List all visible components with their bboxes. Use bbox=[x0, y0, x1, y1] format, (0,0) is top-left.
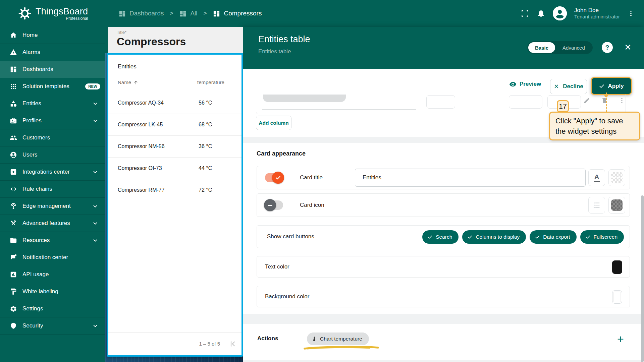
dashboard-title-label: Title* bbox=[117, 30, 243, 35]
resources-icon bbox=[10, 237, 17, 244]
background-color-label: Background color bbox=[265, 293, 309, 300]
tutorial-tooltip: Click "Apply" to save the widget setting… bbox=[549, 112, 640, 140]
first-page-icon[interactable] bbox=[229, 340, 237, 348]
sidebar-item-label: Resources bbox=[22, 237, 50, 244]
user-menu[interactable]: John Doe Tenant administrator bbox=[574, 7, 620, 20]
edit-column-icon[interactable] bbox=[583, 97, 590, 104]
sidebar-item-white-labeling[interactable]: White labeling bbox=[0, 283, 105, 300]
breadcrumb-item-all[interactable]: All bbox=[179, 10, 197, 17]
dashboard-title-input[interactable]: Compressors bbox=[117, 36, 243, 48]
sidebar-item-label: Security bbox=[22, 322, 43, 329]
apply-button[interactable]: Apply bbox=[591, 77, 632, 95]
table-row: Compressor LK-4568 °C bbox=[108, 114, 241, 136]
fullscreen-icon[interactable] bbox=[521, 9, 529, 18]
decline-button[interactable]: ✕ Decline bbox=[550, 79, 587, 94]
app-logo[interactable]: ThingsBoard Professional bbox=[0, 0, 105, 27]
sidebar-item-alarms[interactable]: Alarms bbox=[0, 44, 105, 61]
background-color-swatch[interactable] bbox=[612, 290, 622, 304]
sidebar-item-profiles[interactable]: Profiles bbox=[0, 112, 105, 129]
sidebar-item-notification-center[interactable]: Notification center bbox=[0, 249, 105, 266]
icon-picker-button[interactable] bbox=[588, 197, 605, 214]
mode-option-advanced[interactable]: Advanced bbox=[556, 42, 592, 53]
sidebar-item-api-usage[interactable]: API usage bbox=[0, 266, 105, 283]
table-row: Compressor OI-7344 °C bbox=[108, 158, 241, 179]
column-field-clipped[interactable] bbox=[509, 95, 542, 109]
list-icon bbox=[592, 201, 601, 209]
sidebar-item-label: Settings bbox=[22, 305, 43, 312]
sidebar-item-rule-chains[interactable]: Rule chains bbox=[0, 181, 105, 198]
sidebar-item-entities[interactable]: Entities bbox=[0, 95, 105, 112]
more-column-icon[interactable] bbox=[619, 97, 625, 104]
column-temperature-header[interactable]: temperature bbox=[197, 79, 237, 85]
card-button-chip-search[interactable]: Search bbox=[422, 230, 459, 244]
card-button-chips: SearchColumns to displayData exportFulls… bbox=[422, 230, 624, 244]
action-chip-chart-temperature[interactable]: Chart temperature bbox=[307, 333, 369, 345]
sidebar-item-label: Alarms bbox=[22, 49, 40, 56]
entity-name: Compressor LK-45 bbox=[118, 122, 197, 128]
delete-column-icon[interactable] bbox=[601, 97, 608, 104]
panel-header: Entities table Entities table BasicAdvan… bbox=[243, 27, 644, 69]
sidebar-item-label: Integrations center bbox=[22, 169, 70, 175]
add-column-button[interactable]: Add column bbox=[256, 116, 291, 130]
dashboard-icon bbox=[179, 10, 187, 17]
profiles-icon bbox=[10, 117, 17, 124]
mode-option-basic[interactable]: Basic bbox=[528, 42, 555, 53]
sidebar-item-label: Advanced features bbox=[22, 220, 70, 227]
sidebar-item-label: Notification center bbox=[22, 254, 68, 261]
section-divider bbox=[243, 314, 644, 324]
widget-settings-panel: Entities table Entities table BasicAdvan… bbox=[243, 27, 644, 362]
close-icon[interactable]: ✕ bbox=[622, 42, 634, 53]
card-button-chip-columns-to-display[interactable]: Columns to display bbox=[462, 230, 526, 244]
sidebar-item-solution-templates[interactable]: Solution templatesNEW bbox=[0, 78, 105, 95]
sidebar-item-edge-management[interactable]: Edge management bbox=[0, 198, 105, 215]
card-button-chip-data-export[interactable]: Data export bbox=[530, 230, 576, 244]
help-icon[interactable]: ? bbox=[602, 42, 613, 53]
sidebar-item-resources[interactable]: Resources bbox=[0, 232, 105, 249]
dark-transparent-swatch-icon bbox=[611, 199, 623, 211]
icon-color-swatch-button[interactable] bbox=[608, 197, 625, 214]
avatar[interactable] bbox=[553, 6, 567, 20]
breadcrumb-item-dashboards[interactable]: Dashboards bbox=[118, 10, 164, 17]
entities-icon bbox=[10, 100, 17, 107]
card-title-input[interactable] bbox=[355, 169, 586, 187]
column-field-clipped[interactable] bbox=[426, 95, 455, 109]
add-action-button[interactable]: + bbox=[614, 332, 627, 346]
sidebar-item-users[interactable]: Users bbox=[0, 146, 105, 164]
solution-templates-icon bbox=[10, 83, 17, 90]
notifications-bell-icon[interactable] bbox=[537, 9, 545, 18]
table-row: Compressor AQ-3456 °C bbox=[108, 92, 241, 114]
sidebar-item-home[interactable]: Home bbox=[0, 27, 105, 44]
title-color-swatch-button[interactable] bbox=[608, 169, 625, 186]
rule-chains-icon bbox=[10, 185, 17, 193]
preview-button[interactable]: Preview bbox=[509, 80, 541, 88]
panel-scrollbar[interactable] bbox=[641, 195, 644, 362]
text-color-swatch[interactable] bbox=[612, 260, 622, 274]
widget-table-header: Name temperature bbox=[108, 73, 241, 92]
chevron-down-icon bbox=[92, 168, 99, 176]
entities-table-widget[interactable]: Entities Name temperature Compressor AQ-… bbox=[107, 53, 243, 357]
column-name-header[interactable]: Name bbox=[118, 79, 197, 85]
column-slider-clipped[interactable] bbox=[263, 95, 346, 102]
sidebar-item-customers[interactable]: Customers bbox=[0, 129, 105, 146]
breadcrumb-item-compressors[interactable]: Compressors bbox=[213, 10, 262, 17]
card-button-chip-fullscreen[interactable]: Fullscreen bbox=[580, 230, 624, 244]
settings-icon bbox=[10, 305, 17, 312]
sidebar-item-security[interactable]: Security bbox=[0, 317, 105, 335]
app-edition: Professional bbox=[36, 16, 88, 21]
tutorial-step-badge: 17 bbox=[557, 100, 569, 112]
card-title-toggle[interactable] bbox=[265, 173, 283, 182]
user-role: Tenant administrator bbox=[574, 14, 620, 20]
sidebar-item-integrations-center[interactable]: Integrations center bbox=[0, 164, 105, 181]
sidebar-item-advanced-features[interactable]: Advanced features bbox=[0, 215, 105, 232]
actions-section-label: Actions bbox=[257, 335, 278, 342]
dashboard-canvas: Entities Name temperature Compressor AQ-… bbox=[105, 27, 243, 362]
alarms-icon bbox=[10, 49, 17, 56]
more-vert-icon[interactable] bbox=[627, 10, 635, 17]
dashboards-icon bbox=[10, 66, 17, 73]
card-icon-toggle[interactable] bbox=[265, 200, 283, 210]
sidebar-item-settings[interactable]: Settings bbox=[0, 300, 105, 317]
text-format-button[interactable]: A bbox=[588, 169, 605, 186]
sidebar-item-dashboards[interactable]: Dashboards bbox=[0, 61, 105, 78]
toggle-minus-icon bbox=[268, 205, 272, 206]
topbar: Dashboards>All>Compressors John Doe Tena… bbox=[105, 0, 644, 27]
